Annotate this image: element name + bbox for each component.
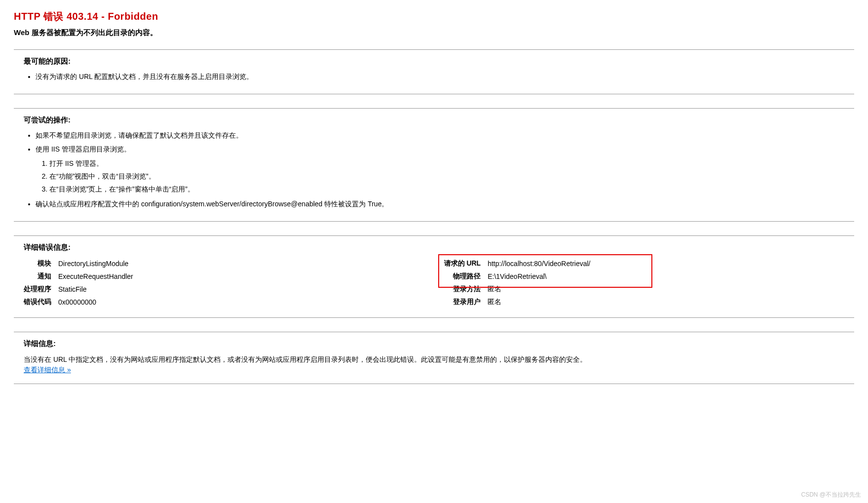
action-step: 在“功能”视图中，双击“目录浏览”。: [49, 171, 844, 183]
moreinfo-text: 当没有在 URL 中指定文档，没有为网站或应用程序指定默认文档，或者没有为网站或…: [24, 353, 844, 366]
detail-row: 登录方法匿名: [444, 283, 591, 296]
detail-row: 处理程序StaticFile: [24, 283, 133, 296]
detail-value: StaticFile: [58, 283, 133, 296]
details-section: 详细错误信息: 模块DirectoryListingModule 通知Execu…: [14, 235, 854, 318]
actions-section: 可尝试的操作: 如果不希望启用目录浏览，请确保配置了默认文档并且该文件存在。 使…: [14, 108, 854, 222]
details-right-column: 请求的 URLhttp://localhost:80/VideoRetrieva…: [444, 257, 845, 309]
detail-key: 登录方法: [444, 283, 488, 296]
detail-row: 模块DirectoryListingModule: [24, 257, 133, 270]
detail-row: 通知ExecuteRequestHandler: [24, 270, 133, 283]
detail-row: 物理路径E:\1VideoRetrieval\: [444, 270, 591, 283]
detail-key: 物理路径: [444, 270, 488, 283]
action-item: 如果不希望启用目录浏览，请确保配置了默认文档并且该文件存在。: [36, 130, 844, 142]
moreinfo-section: 详细信息: 当没有在 URL 中指定文档，没有为网站或应用程序指定默认文档，或者…: [14, 332, 854, 384]
action-item: 确认站点或应用程序配置文件中的 configuration/system.web…: [36, 198, 844, 210]
detail-key: 错误代码: [24, 296, 58, 309]
detail-value: 0x00000000: [58, 296, 133, 309]
detail-row: 错误代码0x00000000: [24, 296, 133, 309]
detail-value: ExecuteRequestHandler: [58, 270, 133, 283]
action-step: 在“目录浏览”页上，在“操作”窗格中单击“启用”。: [49, 184, 844, 195]
detail-value: 匿名: [488, 283, 590, 296]
moreinfo-link[interactable]: 查看详细信息 »: [24, 366, 71, 374]
detail-value: http://localhost:80/VideoRetrieval/: [488, 257, 590, 270]
detail-row: 登录用户匿名: [444, 296, 591, 309]
error-title: HTTP 错误 403.14 - Forbidden: [14, 10, 854, 23]
action-step: 打开 IIS 管理器。: [49, 158, 844, 170]
causes-title: 最可能的原因:: [24, 57, 844, 66]
detail-value: 匿名: [488, 296, 590, 309]
detail-key: 模块: [24, 257, 58, 270]
error-subtitle: Web 服务器被配置为不列出此目录的内容。: [14, 28, 854, 38]
details-title: 详细错误信息:: [24, 243, 844, 252]
detail-key: 请求的 URL: [444, 257, 488, 270]
detail-key: 通知: [24, 270, 58, 283]
details-left-column: 模块DirectoryListingModule 通知ExecuteReques…: [24, 257, 424, 309]
detail-row: 请求的 URLhttp://localhost:80/VideoRetrieva…: [444, 257, 591, 270]
causes-section: 最可能的原因: 没有为请求的 URL 配置默认文档，并且没有在服务器上启用目录浏…: [14, 49, 854, 94]
detail-value: DirectoryListingModule: [58, 257, 133, 270]
detail-value: E:\1VideoRetrieval\: [488, 270, 590, 283]
actions-title: 可尝试的操作:: [24, 116, 844, 125]
moreinfo-title: 详细信息:: [24, 339, 844, 348]
detail-key: 登录用户: [444, 296, 488, 309]
action-item-label: 使用 IIS 管理器启用目录浏览。: [36, 145, 131, 153]
cause-item: 没有为请求的 URL 配置默认文档，并且没有在服务器上启用目录浏览。: [36, 71, 844, 83]
action-item: 使用 IIS 管理器启用目录浏览。 打开 IIS 管理器。 在“功能”视图中，双…: [36, 144, 844, 195]
detail-key: 处理程序: [24, 283, 58, 296]
